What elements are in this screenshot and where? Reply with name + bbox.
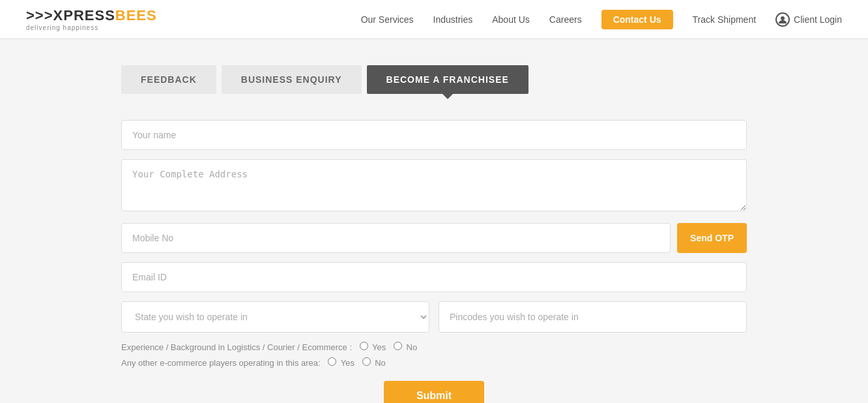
svg-point-0 <box>781 16 785 20</box>
logo-text: >>>XPRESSBEES <box>26 7 157 24</box>
client-login-label: Client Login <box>794 14 842 25</box>
mobile-group: Send OTP <box>121 223 747 253</box>
ecommerce-no-radio[interactable] <box>362 357 371 366</box>
submit-button[interactable]: Submit <box>384 381 484 403</box>
experience-yes-radio[interactable] <box>360 342 368 350</box>
mobile-input[interactable] <box>121 223 671 253</box>
tab-feedback[interactable]: FEEDBACK <box>121 65 216 94</box>
experience-no-label: No <box>407 342 418 352</box>
ecommerce-group: Any other e-commerce players operating i… <box>121 357 747 368</box>
header: >>>XPRESSBEES delivering happiness Our S… <box>0 0 868 39</box>
logo-tagline: delivering happiness <box>26 24 98 31</box>
tab-become-franchisee[interactable]: BECOME A FRANCHISEE <box>367 65 528 94</box>
tab-business-enquiry[interactable]: BUSINESS ENQUIRY <box>222 65 362 94</box>
pincode-input[interactable] <box>439 301 747 333</box>
ecommerce-yes-label: Yes <box>341 358 354 368</box>
name-input[interactable] <box>121 120 747 150</box>
experience-yes-label: Yes <box>372 342 386 352</box>
franchisee-form: Send OTP State you wish to operate in Ex… <box>121 120 747 403</box>
experience-no-radio[interactable] <box>394 342 402 350</box>
mobile-input-wrap <box>121 223 671 253</box>
user-icon <box>778 15 787 24</box>
logo-chevrons: >>> <box>26 7 53 23</box>
nav-contact-us-button[interactable]: Contact Us <box>601 10 673 29</box>
form-tabs: FEEDBACK BUSINESS ENQUIRY BECOME A FRANC… <box>121 65 747 94</box>
name-group <box>121 120 747 150</box>
nav-client-login[interactable]: Client Login <box>775 12 842 27</box>
experience-group: Experience / Background in Logistics / C… <box>121 342 747 352</box>
address-group <box>121 159 747 214</box>
nav-track-shipment[interactable]: Track Shipment <box>693 14 757 25</box>
ecommerce-no-label: No <box>375 358 386 368</box>
logo-bees: BEES <box>115 7 157 23</box>
client-icon <box>775 12 790 27</box>
logo: >>>XPRESSBEES delivering happiness <box>26 7 157 31</box>
submit-row: Submit <box>121 381 747 403</box>
nav-industries[interactable]: Industries <box>433 14 473 25</box>
main-content: FEEDBACK BUSINESS ENQUIRY BECOME A FRANC… <box>108 39 760 403</box>
state-pincode-group: State you wish to operate in <box>121 301 747 333</box>
nav-about-us[interactable]: About Us <box>492 14 530 25</box>
nav-our-services[interactable]: Our Services <box>361 14 414 25</box>
email-group <box>121 262 747 292</box>
nav-careers[interactable]: Careers <box>549 14 582 25</box>
ecommerce-yes-radio[interactable] <box>328 357 336 366</box>
send-otp-button[interactable]: Send OTP <box>677 223 747 253</box>
state-select[interactable]: State you wish to operate in <box>121 301 429 333</box>
experience-label: Experience / Background in Logistics / C… <box>121 342 352 352</box>
address-input[interactable] <box>121 159 747 211</box>
email-input[interactable] <box>121 262 747 292</box>
main-nav: Our Services Industries About Us Careers… <box>361 10 842 29</box>
ecommerce-label: Any other e-commerce players operating i… <box>121 358 321 368</box>
logo-xpress: XPRESS <box>53 7 115 23</box>
